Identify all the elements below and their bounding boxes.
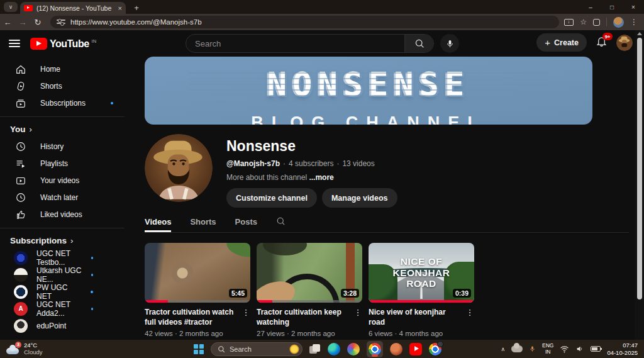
video-grid: 5:45 Tractor cultivation watch full vide… — [145, 243, 635, 337]
manage-videos-button[interactable]: Manage videos — [322, 188, 397, 208]
sidebar-item-label: History — [40, 142, 64, 151]
more-link[interactable]: ...more — [309, 173, 333, 182]
sidebar-item-home[interactable]: Home — [0, 60, 132, 77]
hidden-icons-chevron-icon[interactable]: ∧ — [501, 346, 505, 352]
reload-icon[interactable]: ↻ — [30, 18, 45, 27]
video-title[interactable]: Nice view of keonjhar road — [369, 308, 463, 327]
window-close-button[interactable]: × — [623, 0, 644, 14]
video-menu-kebab-icon[interactable]: ⋮ — [465, 308, 474, 327]
tab-search-button[interactable]: ∨ — [4, 2, 18, 12]
video-title[interactable]: Tractor cultivation watch full videos #t… — [145, 308, 239, 327]
account-avatar[interactable] — [616, 35, 633, 51]
forward-icon[interactable]: → — [15, 18, 30, 27]
install-app-icon[interactable] — [564, 19, 574, 26]
back-icon[interactable]: ← — [0, 18, 15, 27]
wifi-icon[interactable] — [560, 345, 569, 353]
window-maximize-button[interactable]: □ — [601, 0, 623, 14]
customize-channel-button[interactable]: Customize channel — [226, 188, 317, 208]
video-thumbnail[interactable]: NICE OF KEONJHAR ROAD 0:39 — [369, 243, 474, 303]
sidebar-item-shorts[interactable]: Shorts — [0, 77, 132, 94]
taskbar-weather-widget[interactable]: 3 24°C Cloudy — [6, 342, 43, 356]
sidebar-section-subscriptions[interactable]: Subscriptions › — [0, 233, 132, 249]
hamburger-menu-icon[interactable] — [9, 40, 20, 47]
language-indicator[interactable]: ENG IN — [542, 343, 553, 355]
address-bar[interactable]: https://www.youtube.com/@Manojsh-s7b — [50, 16, 559, 28]
chrome-profile-app-icon[interactable] — [429, 343, 441, 355]
video-thumbnail[interactable]: 3:28 — [257, 243, 362, 303]
new-tab-button[interactable]: + — [131, 2, 142, 13]
tab-shorts[interactable]: Shorts — [190, 217, 216, 232]
sidebar-item-label: Watch later — [40, 193, 78, 202]
sidebar-item-playlists[interactable]: Playlists — [0, 155, 132, 172]
youtube-header: YouTube IN + Create — [0, 30, 644, 57]
create-label: Create — [554, 38, 579, 47]
sidebar-item-subscriptions[interactable]: Subscriptions — [0, 94, 132, 111]
start-button[interactable] — [194, 344, 204, 354]
voice-search-button[interactable] — [440, 34, 459, 53]
youtube-favicon-icon — [24, 5, 33, 11]
video-menu-kebab-icon[interactable]: ⋮ — [242, 308, 250, 327]
speaker-icon[interactable] — [575, 345, 584, 353]
search-button[interactable] — [404, 35, 433, 52]
create-button[interactable]: + Create — [536, 33, 587, 52]
duration-badge: 0:39 — [453, 289, 471, 298]
sidebar-item-label: Playlists — [40, 159, 68, 168]
sidebar-item-watch-later[interactable]: Watch later — [0, 189, 132, 206]
page-scrollbar[interactable] — [635, 30, 644, 340]
browser-toolbar: ← → ↻ https://www.youtube.com/@Manojsh-s… — [0, 14, 644, 30]
sidebar-subscription-channel[interactable]: Utkarsh UGC NE... — [0, 266, 132, 283]
extensions-icon[interactable] — [593, 19, 600, 26]
history-icon — [15, 141, 26, 152]
sidebar-section-you[interactable]: You › — [0, 122, 132, 138]
microphone-tray-icon[interactable] — [529, 344, 536, 354]
sidebar-item-your-videos[interactable]: Your videos — [0, 172, 132, 189]
photos-app-icon[interactable] — [347, 343, 360, 355]
subscriptions-icon — [15, 98, 26, 109]
taskbar: 3 24°C Cloudy Search — [0, 340, 644, 358]
channel-name-label: UGC NET Testbo... — [36, 249, 82, 267]
channel-about[interactable]: More about this channel ...more — [226, 173, 397, 182]
video-card: 3:28 Tractor cultivation keep watching ⋮… — [257, 243, 362, 337]
firefox-app-icon[interactable] — [390, 343, 402, 355]
sidebar-subscription-channel[interactable]: A UGC NET Adda2... — [0, 300, 132, 317]
sidebar-subscription-channel[interactable]: UGC NET Testbo... — [0, 249, 132, 266]
channel-avatar[interactable] — [145, 134, 213, 202]
tab-videos[interactable]: Videos — [145, 217, 171, 232]
sidebar-subscription-channel[interactable]: PW UGC NET — [0, 283, 132, 300]
watch-progress-fill — [145, 300, 168, 303]
onedrive-cloud-icon[interactable] — [511, 345, 523, 352]
taskbar-clock[interactable]: 07:47 04-10-2025 — [607, 342, 638, 356]
video-thumbnail[interactable]: 5:45 — [145, 243, 250, 303]
search-icon — [218, 345, 225, 353]
sidebar-subscription-channel[interactable]: eduPoint — [0, 317, 132, 334]
scrollbar-thumb[interactable] — [637, 38, 642, 299]
battery-icon[interactable] — [591, 346, 601, 352]
sidebar-item-history[interactable]: History — [0, 138, 132, 155]
site-settings-icon[interactable] — [57, 19, 65, 25]
video-menu-kebab-icon[interactable]: ⋮ — [353, 308, 362, 327]
chevron-right-icon: › — [30, 125, 32, 134]
sidebar-item-label: Shorts — [40, 82, 62, 91]
youtube-search-bar — [186, 34, 434, 53]
tab-posts[interactable]: Posts — [235, 217, 257, 232]
video-title[interactable]: Tractor cultivation keep watching — [257, 308, 351, 327]
scroll-up-arrow-icon[interactable] — [637, 32, 642, 35]
channel-search-button[interactable] — [276, 216, 286, 232]
bookmark-star-icon[interactable]: ☆ — [580, 18, 587, 26]
youtube-app-icon[interactable] — [409, 343, 422, 355]
browser-menu-kebab-icon[interactable]: ⋮ — [630, 18, 638, 26]
sidebar-item-liked-videos[interactable]: Liked videos — [0, 206, 132, 223]
cloud-weather-icon: 3 — [6, 344, 20, 355]
tab-close-icon[interactable]: × — [118, 4, 122, 12]
window-minimize-button[interactable]: – — [580, 0, 601, 14]
browser-profile-avatar[interactable] — [613, 17, 624, 28]
task-view-button[interactable] — [309, 344, 321, 354]
browser-tab[interactable]: (12) Nonsense - YouTube × — [20, 2, 126, 14]
search-input[interactable] — [186, 35, 404, 52]
chrome-app-active[interactable] — [367, 341, 383, 357]
edge-app-icon[interactable] — [328, 343, 340, 355]
youtube-logo[interactable]: YouTube IN — [30, 38, 96, 50]
taskbar-search-box[interactable]: Search — [211, 342, 303, 356]
notifications-button[interactable]: 9+ — [596, 35, 608, 50]
new-content-dot — [91, 274, 93, 276]
